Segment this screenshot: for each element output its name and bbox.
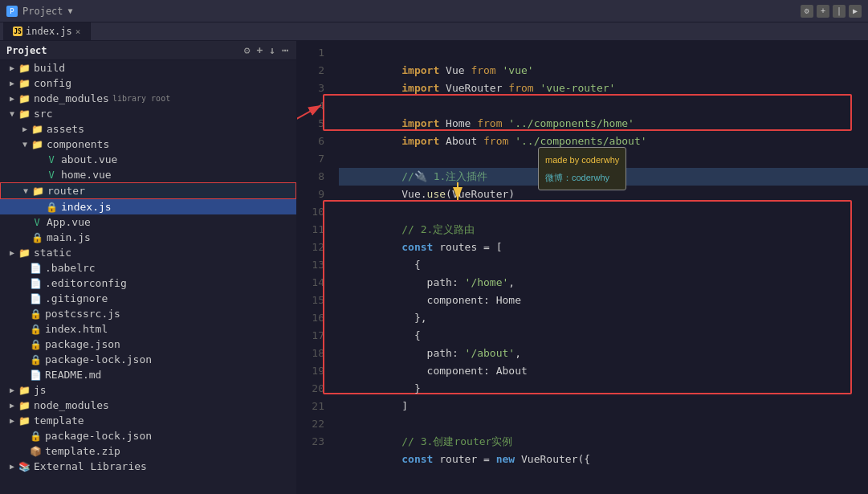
sidebar-ctrl4[interactable]: ⋯ [280,44,290,56]
tree-item-package-lock2-json[interactable]: 🔒 package-lock.json [0,428,296,443]
tree-item-template-zip[interactable]: 📦 template.zip [0,443,296,459]
tree-item-editorconfig[interactable]: 📄 .editorconfig [0,276,296,291]
vue-icon-home: V [45,169,58,181]
tab-close-icon[interactable]: × [75,27,81,37]
label-static: static [34,247,71,259]
run-icon[interactable]: ▶ [849,5,862,18]
label-node-modules: node_modules [34,92,109,104]
js-file-icon: JS [13,27,22,36]
add-icon[interactable]: + [817,5,829,18]
label-package-lock2-json: package-lock.json [45,430,152,442]
code-lines: import Vue from 'vue' import VueRouter f… [329,41,868,494]
tree-item-js[interactable]: ▶ 📁 js [0,382,296,398]
tree-item-about-vue[interactable]: ▶ V about.vue [0,152,296,167]
tree-item-index-html[interactable]: 🔒 index.html [0,321,296,337]
tab-bar: JS index.js × [0,22,868,41]
arrow-js: ▶ [6,386,18,394]
tree-item-package-json[interactable]: 🔒 package.json [0,337,296,352]
sidebar-project-label: Project [6,45,47,56]
json-icon-package: 🔒 [29,339,42,350]
label-gitignore: .gitignore [45,292,108,304]
code-line-14: component: Home [339,274,868,292]
code-line-12: { [339,239,868,256]
md-icon-readme: 📄 [29,369,42,381]
label-about-vue: about.vue [61,153,117,165]
code-line-17: path: '/about', [339,327,868,345]
label-babelrc: .babelrc [45,262,96,274]
sidebar-ctrl1[interactable]: ⚙ [242,44,252,56]
tree-item-template[interactable]: ▶ 📁 template [0,413,296,428]
folder-icon-js: 📁 [18,385,31,396]
tooltip-line2: 微博：coderwhy [545,169,619,186]
tree-item-home-vue[interactable]: ▶ V home.vue [0,167,296,182]
js-icon-index: 🔒 [45,202,58,213]
code-content: 12345 678910 1112131415 1617181920 21222… [297,41,868,494]
tree-item-router[interactable]: ▼ 📁 router [0,182,296,199]
code-line-19: } [339,362,868,380]
config-icon-babelrc: 📄 [29,263,42,274]
label-index-js: index.js [61,201,112,213]
folder-icon-assets: 📁 [31,124,43,135]
code-line-11: const routes = [ [339,221,868,239]
tree-item-components[interactable]: ▼ 📁 components [0,137,296,152]
tree-item-node-modules[interactable]: ▶ 📁 node_modules library root [0,91,296,106]
label-external-libraries: External Libraries [34,460,147,472]
label-components: components [47,138,109,150]
sidebar: Project ⚙ + ↓ ⋯ ▶ 📁 build ▶ 📁 config ▶ 📁 [0,41,297,494]
tree-item-readme[interactable]: 📄 README.md [0,367,296,382]
folder-icon-components: 📁 [31,139,43,150]
label-config: config [34,77,71,89]
arrow-src: ▼ [6,109,18,118]
tree-item-postcssrc[interactable]: 🔒 postcssrc.js [0,306,296,321]
tree-item-config[interactable]: ▶ 📁 config [0,76,296,91]
arrow-external-libraries: ▶ [6,462,18,471]
settings-icon[interactable]: ⚙ [801,5,813,18]
folder-icon-node-modules: 📁 [18,93,31,104]
code-line-20: ] [339,380,868,398]
tree-item-external-libraries[interactable]: ▶ 📚 External Libraries [0,459,296,474]
vue-icon-app: V [31,217,43,228]
label-main-js: main.js [47,231,91,243]
tree-item-main-js[interactable]: ▶ 🔒 main.js [0,230,296,245]
tree-item-static[interactable]: ▶ 📁 static [0,245,296,260]
js-icon-main: 🔒 [31,232,43,243]
code-line-23: const router = new VueRouter({ [339,433,868,451]
main-layout: Project ⚙ + ↓ ⋯ ▶ 📁 build ▶ 📁 config ▶ 📁 [0,41,868,494]
tree-item-app-vue[interactable]: ▶ V App.vue [0,214,296,230]
tree-item-assets[interactable]: ▶ 📁 assets [0,121,296,137]
label-editorconfig: .editorconfig [45,277,127,289]
folder-icon-static: 📁 [18,247,31,259]
tree-item-index-js[interactable]: ▶ 🔒 index.js [0,199,296,214]
sidebar-ctrl3[interactable]: ↓ [267,44,277,56]
label-home-vue: home.vue [61,169,112,181]
code-line-2: import VueRouter from 'vue-router' [339,62,868,80]
tree-item-src[interactable]: ▼ 📁 src [0,106,296,121]
tree-item-package-lock-json[interactable]: 🔒 package-lock.json [0,352,296,367]
tree-item-node-modules2[interactable]: ▶ 📁 node_modules [0,398,296,413]
code-line-5: import About from '../components/about' [339,115,868,133]
arrow-template: ▶ [6,416,18,425]
tree-item-gitignore[interactable]: 📄 .gitignore [0,291,296,306]
config-icon-gitignore: 📄 [29,293,42,304]
dropdown-icon[interactable]: ▼ [68,6,73,15]
arrow-build: ▶ [6,63,18,72]
code-editor[interactable]: 12345 678910 1112131415 1617181920 21222… [297,41,868,494]
label-index-html: index.html [45,323,108,335]
separator-icon: | [833,5,846,18]
project-icon: P [6,6,18,17]
label-js: js [34,384,47,396]
sidebar-controls: ⚙ + ↓ ⋯ [242,44,290,56]
code-line-3 [339,80,868,97]
label-template: template [34,414,84,427]
label-template-zip: template.zip [45,445,120,457]
folder-icon-config: 📁 [18,78,31,89]
tree-item-build[interactable]: ▶ 📁 build [0,60,296,76]
code-line-13: path: '/home', [339,256,868,274]
sidebar-ctrl2[interactable]: + [255,44,265,56]
label-build: build [34,62,65,74]
config-icon-editorconfig: 📄 [29,278,42,289]
tree-item-babelrc[interactable]: 📄 .babelrc [0,260,296,276]
tab-index-js[interactable]: JS index.js × [3,22,91,40]
label-app-vue: App.vue [47,216,91,228]
folder-icon-router: 📁 [31,186,44,197]
